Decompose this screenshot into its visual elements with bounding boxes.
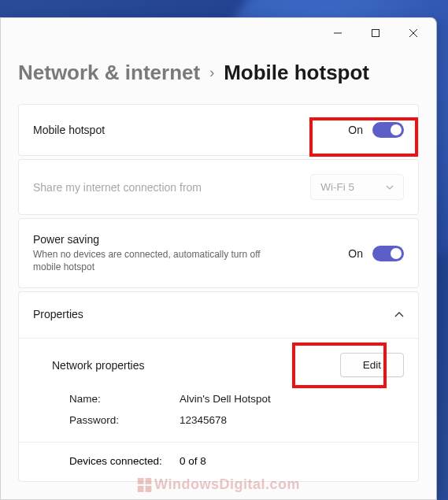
power-saving-state-text: On [348, 247, 363, 260]
svg-rect-0 [372, 30, 380, 37]
name-value: Alvin's Dell Hotspot [180, 393, 271, 405]
svg-rect-1 [137, 478, 143, 484]
power-saving-label: Power saving [33, 233, 269, 246]
name-label: Name: [69, 393, 180, 405]
devices-label: Devices connected: [69, 455, 180, 467]
hotspot-label: Mobile hotspot [33, 124, 105, 136]
close-button[interactable] [395, 20, 431, 46]
maximize-icon [372, 29, 380, 37]
network-properties-label: Network properties [52, 359, 145, 372]
power-saving-toggle[interactable] [372, 246, 404, 261]
network-properties-row: Network properties Edit [19, 339, 418, 388]
share-from-label: Share my internet connection from [33, 181, 202, 194]
settings-window: Network & internet › Mobile hotspot Mobi… [0, 17, 437, 500]
name-row: Name: Alvin's Dell Hotspot [19, 388, 418, 409]
share-from-value: Wi-Fi 5 [320, 181, 354, 193]
properties-header: Properties [33, 308, 83, 320]
properties-card: Properties Network properties Edit Name:… [18, 291, 419, 482]
chevron-right-icon: › [209, 65, 214, 81]
chevron-down-icon [386, 185, 394, 190]
edit-button[interactable]: Edit [340, 353, 404, 377]
minimize-button[interactable] [320, 20, 356, 46]
breadcrumb-parent[interactable]: Network & internet [18, 61, 200, 85]
chevron-up-icon [394, 312, 404, 317]
hotspot-toggle-row[interactable]: Mobile hotspot On [19, 105, 418, 155]
hotspot-toggle[interactable] [372, 122, 404, 138]
password-row: Password: 12345678 [19, 409, 418, 431]
watermark: WindowsDigital.com [137, 476, 300, 493]
page-title: Mobile hotspot [224, 61, 369, 85]
share-from-card: Share my internet connection from Wi-Fi … [18, 159, 419, 215]
maximize-button[interactable] [357, 20, 394, 46]
password-value: 12345678 [180, 414, 227, 426]
password-label: Password: [69, 414, 180, 426]
devices-value: 0 of 8 [180, 455, 206, 467]
hotspot-toggle-card: Mobile hotspot On [18, 104, 419, 156]
content-area: Network & internet › Mobile hotspot Mobi… [1, 61, 436, 482]
power-saving-row[interactable]: Power saving When no devices are connect… [19, 219, 418, 287]
power-saving-card: Power saving When no devices are connect… [18, 218, 419, 288]
breadcrumb: Network & internet › Mobile hotspot [18, 61, 419, 85]
properties-body: Network properties Edit Name: Alvin's De… [19, 338, 418, 481]
svg-rect-3 [137, 486, 143, 492]
share-from-row: Share my internet connection from Wi-Fi … [19, 160, 418, 214]
minimize-icon [334, 29, 342, 37]
properties-header-row[interactable]: Properties [19, 292, 418, 338]
close-icon [409, 29, 417, 37]
power-saving-description: When no devices are connected, automatic… [33, 248, 269, 273]
watermark-text: WindowsDigital.com [154, 476, 300, 493]
windows-icon [137, 478, 151, 492]
titlebar [1, 18, 436, 48]
svg-rect-4 [145, 486, 151, 492]
share-from-select[interactable]: Wi-Fi 5 [310, 174, 404, 200]
hotspot-state-text: On [348, 124, 363, 136]
svg-rect-2 [145, 478, 151, 484]
